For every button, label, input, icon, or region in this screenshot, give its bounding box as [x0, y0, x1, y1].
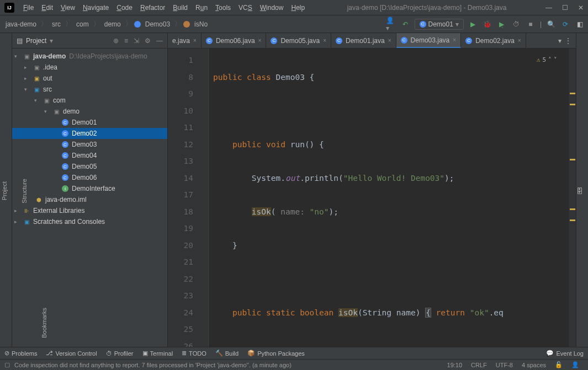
menu-tools[interactable]: Tools — [212, 3, 234, 13]
tool-structure[interactable]: Structure — [20, 174, 29, 208]
tree-scratches[interactable]: ▸▣Scratches and Consoles — [12, 216, 167, 227]
sync-icon[interactable]: ⟳ — [560, 19, 570, 29]
caret-position[interactable]: 19:10 — [443, 362, 467, 368]
tab-demo06[interactable]: CDemo06.java× — [202, 33, 267, 48]
tab-demo01[interactable]: CDemo01.java× — [331, 33, 396, 48]
tool-problems[interactable]: ⊘ Problems — [4, 350, 37, 357]
chevron-down-icon[interactable]: ▾ — [50, 37, 53, 45]
marker-strip[interactable] — [568, 49, 576, 347]
tab-e[interactable]: e.java× — [168, 33, 202, 48]
close-icon[interactable]: × — [193, 37, 197, 44]
search-icon[interactable]: 🔍 — [546, 19, 556, 29]
menu-view[interactable]: View — [57, 3, 78, 13]
tree-idea[interactable]: ▸▣.idea — [12, 62, 167, 73]
menu-window[interactable]: Window — [257, 3, 287, 13]
tool-terminal[interactable]: ▣ Terminal — [142, 350, 173, 357]
tool-python[interactable]: 📦 Python Packages — [247, 350, 305, 357]
debug-icon[interactable]: 🐞 — [483, 19, 492, 29]
run-icon[interactable]: ▶ — [468, 19, 478, 29]
line-ending[interactable]: CRLF — [467, 362, 491, 368]
nav-toolbar: java-demo 〉 src 〉 com 〉 demo 〉 Demo03 〉 … — [0, 15, 588, 33]
window-title: java-demo [D:\IdeaProjects\java-demo] - … — [308, 4, 545, 12]
class-icon: C — [336, 37, 342, 44]
crumb-method[interactable]: isNo — [192, 19, 210, 29]
close-icon[interactable]: × — [453, 37, 456, 43]
menu-code[interactable]: Code — [113, 3, 136, 13]
crumb-class[interactable]: Demo03 — [143, 19, 172, 29]
menu-edit[interactable]: Edit — [38, 3, 56, 13]
menu-navigate[interactable]: Navigate — [80, 3, 112, 13]
tool-eventlog[interactable]: 💬 Event Log — [546, 350, 584, 357]
close-icon[interactable]: × — [258, 37, 262, 44]
user-icon[interactable]: 👤▾ — [386, 19, 396, 29]
stop-icon[interactable]: ■ — [526, 19, 536, 29]
crumb-project[interactable]: java-demo — [3, 19, 39, 29]
class-icon: C — [401, 37, 407, 44]
tree-demo03[interactable]: CDemo03 — [12, 139, 167, 150]
run-config-selector[interactable]: C Demo01 ▾ — [415, 19, 464, 30]
profile-icon[interactable]: ⏱ — [511, 19, 521, 29]
tree-iml[interactable]: ⬢java-demo.iml — [12, 194, 167, 205]
back-arrow-icon[interactable]: ↶ — [400, 19, 410, 29]
more-icon[interactable]: ⋮ — [565, 37, 571, 45]
db-icon[interactable]: 🗄 — [576, 187, 583, 195]
close-icon[interactable]: × — [518, 37, 521, 44]
tree-src[interactable]: ▾▣src — [12, 84, 167, 95]
tool-build[interactable]: 🔨 Build — [215, 350, 239, 357]
tree-out[interactable]: ▸▣out — [12, 73, 167, 84]
tree-demo[interactable]: ▾▣demo — [12, 106, 167, 117]
ide-icon[interactable]: ◧ — [575, 19, 585, 29]
menu-build[interactable]: Build — [169, 3, 191, 13]
status-icon[interactable]: ▢ — [4, 361, 10, 368]
maximize-button[interactable]: ☐ — [562, 4, 568, 12]
chevron-down-icon[interactable]: ˅ — [554, 52, 557, 69]
chevron-down-icon[interactable]: ▾ — [558, 37, 561, 45]
encoding[interactable]: UTF-8 — [491, 362, 517, 368]
tree-demo02[interactable]: CDemo02 — [12, 128, 167, 139]
tree-com[interactable]: ▾▣com — [12, 95, 167, 106]
menu-file[interactable]: File — [20, 3, 37, 13]
code-editor[interactable]: public class Demo03 { public void run() … — [209, 49, 568, 347]
gear-icon[interactable]: ⚙ — [145, 37, 151, 45]
tool-profiler[interactable]: ⏱ Profiler — [106, 350, 134, 357]
menu-refactor[interactable]: Refactor — [137, 3, 168, 13]
readonly-icon[interactable]: 🔓 — [550, 361, 567, 368]
crumb-src[interactable]: src — [50, 19, 63, 29]
fold-column[interactable] — [199, 49, 209, 347]
chevron-up-icon[interactable]: ˄ — [548, 52, 552, 69]
coverage-icon[interactable]: ▶̣ — [497, 19, 507, 29]
expand-icon[interactable]: ⇲ — [134, 37, 139, 45]
tab-demo02[interactable]: CDemo02.java× — [461, 33, 526, 48]
tab-demo05[interactable]: CDemo05.java× — [266, 33, 331, 48]
class-icon: C — [62, 163, 68, 170]
tool-vcs[interactable]: ⎇ Version Control — [46, 350, 97, 357]
tree-demo06[interactable]: CDemo06 — [12, 172, 167, 183]
tree-ext-lib[interactable]: ▸⊪External Libraries — [12, 205, 167, 216]
tab-demo03[interactable]: CDemo03.java× — [396, 33, 462, 48]
collapse-icon[interactable]: ≡ — [124, 37, 128, 45]
tool-todo[interactable]: ≣ TODO — [182, 350, 206, 357]
crumb-com[interactable]: com — [74, 19, 91, 29]
panel-title: Project — [26, 37, 46, 45]
crumb-demo[interactable]: demo — [102, 19, 123, 29]
indent[interactable]: 4 spaces — [517, 362, 550, 368]
minimize-button[interactable]: — — [545, 4, 552, 12]
menu-help[interactable]: Help — [288, 3, 308, 13]
tree-demo04[interactable]: CDemo04 — [12, 150, 167, 161]
tool-bookmarks[interactable]: Bookmarks — [40, 303, 49, 342]
cw-icon[interactable]: 👤 — [567, 361, 584, 368]
tree-interface[interactable]: IDemoInterface — [12, 183, 167, 194]
tool-project[interactable]: Project — [0, 177, 9, 205]
hide-icon[interactable]: — — [156, 37, 163, 45]
menu-vcs[interactable]: VCS — [235, 3, 256, 13]
left-tool-gutter: Project Structure Bookmarks — [0, 33, 12, 347]
menu-run[interactable]: Run — [192, 3, 211, 13]
tree-root[interactable]: ▾▣java-demoD:\IdeaProjects\java-demo — [12, 51, 167, 62]
tree-demo01[interactable]: CDemo01 — [12, 117, 167, 128]
close-button[interactable]: ✕ — [578, 4, 584, 12]
tree-demo05[interactable]: CDemo05 — [12, 161, 167, 172]
close-icon[interactable]: × — [388, 37, 391, 44]
inspection-widget[interactable]: ⚠ 5 ˄ ˅ — [537, 52, 557, 69]
target-icon[interactable]: ⊕ — [113, 37, 119, 45]
close-icon[interactable]: × — [323, 37, 326, 44]
